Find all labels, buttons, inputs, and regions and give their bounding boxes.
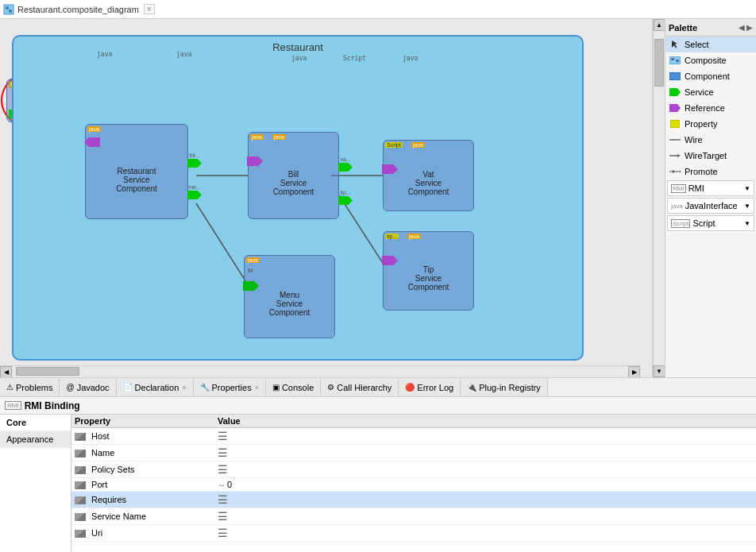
palette-item-component[interactable]: Component bbox=[665, 68, 756, 84]
row-policysets-property: Policy Sets bbox=[75, 465, 218, 474]
tsc-ref-left bbox=[382, 256, 398, 265]
tsc-tip-badge: tip... bbox=[385, 234, 399, 239]
table-row-port[interactable]: Port ↔ 0 bbox=[71, 478, 756, 492]
tab-pluginregistry[interactable]: 🔌 Plug-in Registry bbox=[461, 378, 548, 396]
rmi-binding-title: RMI Binding bbox=[25, 400, 80, 411]
tip-service-component[interactable]: tip... java TipServiceComponent bbox=[383, 231, 474, 311]
svg-rect-13 bbox=[671, 58, 674, 60]
row-requires-icon bbox=[75, 496, 86, 504]
restaurant-composite[interactable]: Restaurant java java java Script java bbox=[12, 35, 584, 361]
palette-controls: ◀ ▶ bbox=[739, 23, 753, 32]
tab-pluginregistry-label: Plug-in Registry bbox=[479, 383, 541, 392]
row-requires-value: ☰ bbox=[218, 493, 753, 506]
pluginregistry-icon: 🔌 bbox=[467, 383, 476, 392]
svg-rect-15 bbox=[669, 72, 681, 80]
tab-problems[interactable]: ⚠ Problems bbox=[0, 378, 60, 396]
palette-item-reference[interactable]: Reference bbox=[665, 100, 756, 116]
palette-reference-label: Reference bbox=[685, 103, 725, 113]
scrollbar-v[interactable]: ▲ ▼ bbox=[653, 19, 665, 377]
palette-item-service[interactable]: Service bbox=[665, 84, 756, 100]
tab-declaration-label: Declaration bbox=[135, 383, 179, 392]
palette-item-wire[interactable]: Wire bbox=[665, 132, 756, 148]
menu-service-component[interactable]: java M MenuServiceComponent bbox=[244, 255, 335, 338]
table-row-policysets[interactable]: Policy Sets ☰ bbox=[71, 461, 756, 478]
palette-service-label: Service bbox=[685, 87, 714, 97]
tab-javadoc[interactable]: @ Javadoc bbox=[60, 378, 116, 396]
row-uri-property: Uri bbox=[75, 528, 218, 538]
palette-dropdown-rmi[interactable]: RMI RMI ▼ bbox=[667, 180, 754, 196]
diagram-canvas[interactable]: RMI Re... ⇆ Restaurant java java java Sc… bbox=[0, 19, 653, 377]
table-row-uri[interactable]: Uri ☰ bbox=[71, 525, 756, 542]
table-header-value: Value bbox=[218, 416, 753, 426]
row-port-icon bbox=[75, 481, 86, 489]
table-row-requires[interactable]: Requires ☰ bbox=[71, 492, 756, 508]
tab-properties[interactable]: 🔧 Properties × bbox=[194, 378, 266, 396]
scrollbar-v-down[interactable]: ▼ bbox=[654, 365, 665, 377]
rsc-java-badge: java bbox=[87, 126, 101, 132]
promote-icon bbox=[669, 167, 681, 176]
palette-item-select[interactable]: Select bbox=[665, 37, 756, 52]
row-servicename-icon bbox=[75, 513, 86, 521]
rsc-service-me: me... bbox=[187, 184, 202, 199]
row-name-property: Name bbox=[75, 448, 218, 457]
table-row-servicename[interactable]: Service Name ☰ bbox=[71, 508, 756, 525]
msc-m-label: M bbox=[248, 267, 253, 274]
palette-item-wiretarget[interactable]: WireTarget bbox=[665, 148, 756, 164]
javadoc-icon: @ bbox=[66, 383, 74, 392]
palette-item-property[interactable]: Property bbox=[665, 116, 756, 132]
rmi-dropdown-icon: RMI bbox=[671, 184, 686, 193]
palette-dropdown-java[interactable]: java JavaInterface ▼ bbox=[667, 198, 754, 214]
scrollbar-h-thumb[interactable] bbox=[16, 367, 79, 376]
bsc-service-va: va... bbox=[338, 156, 353, 172]
svg-rect-1 bbox=[6, 6, 9, 10]
sidebar-tab-appearance[interactable]: Appearance bbox=[0, 431, 71, 448]
vat-service-component[interactable]: Script java VatServiceComponent bbox=[383, 140, 474, 211]
tab-callhierarchy[interactable]: ⚙ Call Hierarchy bbox=[321, 378, 399, 396]
palette-title: Palette bbox=[669, 23, 739, 33]
bill-service-component[interactable]: java java va... tip... bbox=[248, 132, 339, 219]
tab-close-btn[interactable]: × bbox=[144, 4, 155, 14]
palette-item-promote[interactable]: Promote bbox=[665, 164, 756, 179]
scrollbar-v-thumb[interactable] bbox=[654, 39, 664, 87]
scrollbar-v-up[interactable]: ▲ bbox=[654, 19, 665, 31]
svg-text:java: java bbox=[403, 55, 418, 62]
bottom-area: ⚠ Problems @ Javadoc 📄 Declaration × 🔧 P… bbox=[0, 377, 756, 552]
callhierarchy-icon: ⚙ bbox=[327, 383, 334, 392]
svg-rect-18 bbox=[670, 120, 680, 128]
rmi-binding-panel: RMI RMI Binding Core Appearance Property… bbox=[0, 397, 756, 552]
row-servicename-property: Service Name bbox=[75, 511, 218, 521]
scrollbar-h[interactable]: ◀ ▶ bbox=[0, 365, 640, 377]
svg-marker-17 bbox=[669, 104, 681, 112]
console-icon: ▣ bbox=[272, 383, 280, 392]
table-row-name[interactable]: Name ☰ bbox=[71, 445, 756, 461]
palette-right-arrow[interactable]: ▶ bbox=[746, 23, 753, 32]
scrollbar-h-right[interactable]: ▶ bbox=[628, 366, 640, 378]
binding-body: Core Appearance Property Value Host ☰ bbox=[0, 415, 756, 552]
vsc-script-badge: Script bbox=[385, 142, 403, 148]
tab-javadoc-label: Javadoc bbox=[77, 383, 110, 392]
row-uri-icon bbox=[75, 530, 86, 538]
table-row-host[interactable]: Host ☰ bbox=[71, 428, 756, 445]
diagram-outer: RMI Re... ⇆ Restaurant java java java Sc… bbox=[0, 19, 652, 377]
palette-item-composite[interactable]: Composite bbox=[665, 52, 756, 68]
sidebar-tab-core[interactable]: Core bbox=[0, 415, 71, 431]
palette-left-arrow[interactable]: ◀ bbox=[739, 23, 745, 32]
row-name-value: ☰ bbox=[218, 446, 753, 459]
palette-dropdown-script[interactable]: Script Script ▼ bbox=[667, 215, 754, 231]
tab-properties-close[interactable]: × bbox=[255, 384, 259, 392]
vsc-label: VatServiceComponent bbox=[408, 170, 449, 196]
bsc-label: BillServiceComponent bbox=[273, 170, 314, 196]
tab-declaration-close[interactable]: × bbox=[182, 384, 186, 392]
vsc-java-badge: java bbox=[411, 142, 425, 148]
table-header-property: Property bbox=[75, 416, 218, 426]
tab-properties-label: Properties bbox=[212, 383, 252, 392]
tab-declaration[interactable]: 📄 Declaration × bbox=[117, 378, 194, 396]
rsc-label: RestaurantServiceComponent bbox=[116, 167, 157, 193]
rmi-dropdown-arrow: ▼ bbox=[744, 185, 750, 192]
tab-problems-label: Problems bbox=[16, 383, 52, 392]
restaurant-service-component[interactable]: java bil... me... RestaurantServiceComp bbox=[85, 124, 188, 219]
tab-console[interactable]: ▣ Console bbox=[266, 378, 321, 396]
scrollbar-h-left[interactable]: ◀ bbox=[0, 366, 12, 378]
tab-errorlog[interactable]: 🔴 Error Log bbox=[399, 378, 461, 396]
svg-text:java: java bbox=[291, 55, 307, 62]
